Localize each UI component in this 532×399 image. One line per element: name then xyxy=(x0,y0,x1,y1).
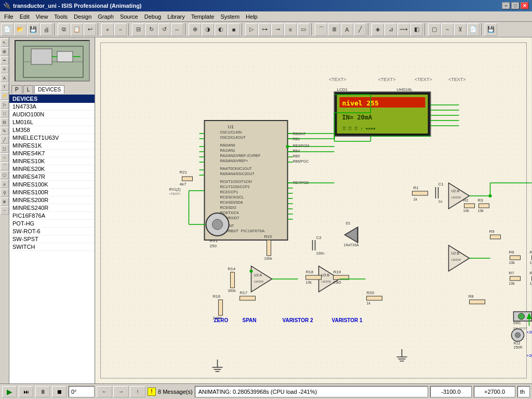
minimize-button[interactable]: − xyxy=(502,2,510,9)
line-tool[interactable]: ╱ xyxy=(1,136,9,144)
device-item[interactable]: MINRES20K xyxy=(9,165,95,173)
menu-item-source[interactable]: Source xyxy=(117,12,141,21)
play-button[interactable]: ▶ xyxy=(2,386,17,397)
toolbar-button-13[interactable]: ↻ xyxy=(145,23,157,36)
step-button[interactable]: ⏭ xyxy=(19,386,33,397)
toolbar-button-18[interactable]: ◑ xyxy=(202,23,214,36)
toolbar-button-3[interactable]: 🖨 xyxy=(40,23,52,36)
toolbar-button-39[interactable]: ~ xyxy=(441,23,454,36)
device-item[interactable]: MINRES10K xyxy=(9,157,95,165)
menu-item-edit[interactable]: Edit xyxy=(17,12,33,21)
device-item[interactable]: SWITCH xyxy=(9,243,95,251)
menu-item-design[interactable]: Design xyxy=(71,12,95,21)
label-tool[interactable]: A xyxy=(1,74,9,82)
arc-tool[interactable]: ⌒ xyxy=(1,162,9,170)
toolbar-button-35[interactable]: ⟿ xyxy=(397,23,410,36)
toolbar-button-17[interactable]: ⊕ xyxy=(189,23,201,36)
device-item[interactable]: PIC16F876A xyxy=(9,212,95,220)
toolbar-button-34[interactable]: ⊿ xyxy=(384,23,397,36)
device-list[interactable]: 1N4733AAUDIO100NLM016LLM358MINELECT1U63V… xyxy=(9,103,95,383)
toolbar-button-31[interactable]: ╱ xyxy=(354,23,366,36)
toolbar-button-7[interactable]: ↩ xyxy=(84,23,96,36)
toolbar-button-20[interactable]: ■ xyxy=(228,23,240,36)
menu-item-library[interactable]: Library xyxy=(164,12,188,21)
device-item[interactable]: LM016L xyxy=(9,118,95,126)
toolbar-button-30[interactable]: A xyxy=(341,23,353,36)
toolbar-button-14[interactable]: ↺ xyxy=(158,23,170,36)
power-tool[interactable]: ⚡ xyxy=(1,91,9,100)
menu-item-tools[interactable]: Tools xyxy=(51,12,71,21)
device-item[interactable]: MINRES200R xyxy=(9,196,95,204)
device-item[interactable]: MINELECT1U63V xyxy=(9,134,95,142)
toolbar-button-15[interactable]: ↔ xyxy=(171,23,183,36)
wire-tool[interactable]: ━ xyxy=(1,56,9,64)
pause-button[interactable]: ⏸ xyxy=(35,386,50,397)
poly-tool[interactable]: ⬡ xyxy=(1,171,9,179)
nav-up-button[interactable]: ↑ xyxy=(130,386,145,397)
device-item[interactable]: SW-ROT-6 xyxy=(9,228,95,235)
toolbar-button-26[interactable]: ▭ xyxy=(297,23,310,36)
device-item[interactable]: 1N4733A xyxy=(9,103,95,111)
toolbar-button-43[interactable]: 💾 xyxy=(485,23,497,36)
box-tool[interactable]: ◻ xyxy=(1,144,9,153)
tab-devices[interactable]: DEVICES xyxy=(34,85,64,94)
menu-item-debug[interactable]: Debug xyxy=(141,12,164,21)
nav-right-button[interactable]: → xyxy=(113,386,129,397)
device-item[interactable]: MINRES4K7 xyxy=(9,150,95,157)
toolbar-button-19[interactable]: ◐ xyxy=(215,23,227,36)
toolbar-button-6[interactable]: 📋 xyxy=(71,23,83,36)
device-item[interactable]: SW-SPST xyxy=(9,235,95,243)
toolbar-button-5[interactable]: ⧉ xyxy=(58,23,70,36)
device-item[interactable]: MINRES240R xyxy=(9,204,95,212)
menu-item-graph[interactable]: Graph xyxy=(95,12,117,21)
toolbar-button-38[interactable]: ▢ xyxy=(428,23,441,36)
sym-tool[interactable]: ± xyxy=(1,180,9,188)
toolbar-button-36[interactable]: ◧ xyxy=(410,23,423,36)
toolbar-button-1[interactable]: 📂 xyxy=(14,23,26,36)
toolbar-button-40[interactable]: ⊻ xyxy=(454,23,467,36)
toolbar-button-28[interactable]: ⌒ xyxy=(315,23,327,36)
device-item[interactable]: MINRES100R xyxy=(9,189,95,196)
bus-tool[interactable]: ≡ xyxy=(1,65,9,73)
menu-item-file[interactable]: File xyxy=(1,12,17,21)
device-item[interactable]: AUDIO100N xyxy=(9,111,95,118)
annotation-tool[interactable]: ✎ xyxy=(1,127,9,135)
toolbar-button-41[interactable]: 📄 xyxy=(467,23,480,36)
device-item[interactable]: MINRES47R xyxy=(9,173,95,181)
device-item[interactable]: MINRES100K xyxy=(9,181,95,189)
device-item[interactable]: LM358 xyxy=(9,126,95,134)
tape-tool[interactable]: ⊕ xyxy=(1,197,9,206)
toolbar-button-2[interactable]: 💾 xyxy=(27,23,39,36)
toolbar-button-12[interactable]: ⊟ xyxy=(132,23,144,36)
menu-item-system[interactable]: System xyxy=(217,12,243,21)
select-tool[interactable]: ↖ xyxy=(1,38,9,47)
toolbar-button-9[interactable]: + xyxy=(101,23,114,36)
menu-item-help[interactable]: Help xyxy=(243,12,261,21)
menu-item-view[interactable]: View xyxy=(33,12,51,21)
toolbar-button-10[interactable]: − xyxy=(114,23,127,36)
text-tool[interactable]: T xyxy=(1,83,9,91)
gen-tool[interactable]: ~ xyxy=(1,206,9,215)
tab-l[interactable]: L xyxy=(23,85,34,94)
toolbar-button-33[interactable]: ◈ xyxy=(371,23,384,36)
close-button[interactable]: ✕ xyxy=(521,2,529,9)
hier-tool[interactable]: ⊟ xyxy=(1,118,9,126)
component-tool[interactable]: ⊞ xyxy=(1,47,9,56)
toolbar-button-29[interactable]: ≣ xyxy=(328,23,340,36)
device-item[interactable]: MINRES1K xyxy=(9,142,95,150)
toolbar-button-22[interactable]: ▷ xyxy=(245,23,258,36)
toolbar-button-23[interactable]: ⊶ xyxy=(258,23,271,36)
stop-button[interactable]: ⏹ xyxy=(52,386,66,397)
toolbar-button-24[interactable]: ⊸ xyxy=(271,23,284,36)
terminal-tool[interactable]: ▷ xyxy=(1,100,9,109)
device-item[interactable]: POT-HG xyxy=(9,220,95,228)
maximize-button[interactable]: □ xyxy=(511,2,520,9)
probe-tool[interactable]: ⚲ xyxy=(1,189,9,197)
port-tool[interactable]: □ xyxy=(1,109,9,117)
tab-p[interactable]: P xyxy=(11,85,22,94)
canvas-area[interactable]: U1 OSC1/CLKIN OSC2/CLKOUT RA0/AN0 RA1/AN… xyxy=(95,37,532,383)
menu-item-template[interactable]: Template xyxy=(188,12,218,21)
toolbar-button-0[interactable]: 📄 xyxy=(1,23,14,36)
circle-tool[interactable]: ○ xyxy=(1,153,9,162)
nav-left-button[interactable]: ← xyxy=(97,386,112,397)
